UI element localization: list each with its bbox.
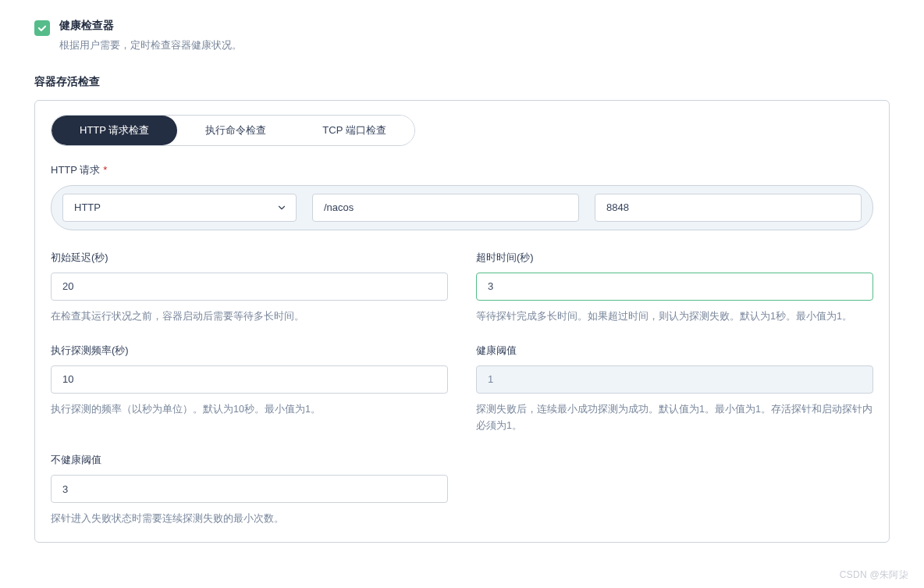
section-title: 健康检查器 — [59, 19, 242, 33]
failure-threshold-help: 探针进入失败状态时需要连续探测失败的最小次数。 — [51, 511, 448, 527]
period-input[interactable] — [51, 365, 448, 394]
group-title: 容器存活检查 — [16, 75, 908, 89]
initial-delay-input[interactable] — [51, 273, 448, 301]
port-input[interactable] — [595, 194, 862, 222]
timeout-label: 超时时间(秒) — [476, 251, 873, 265]
success-threshold-help: 探测失败后，连续最小成功探测为成功。默认值为1。最小值为1。存活探针和启动探针内… — [476, 401, 873, 435]
initial-delay-label: 初始延迟(秒) — [51, 251, 448, 265]
fields-grid: 初始延迟(秒) 在检查其运行状况之前，容器启动后需要等待多长时间。 超时时间(秒… — [51, 251, 873, 528]
period-help: 执行探测的频率（以秒为单位）。默认为10秒。最小值为1。 — [51, 401, 448, 418]
http-request-label: HTTP 请求* — [51, 163, 873, 177]
tab-http[interactable]: HTTP 请求检查 — [52, 116, 177, 145]
period-label: 执行探测频率(秒) — [51, 344, 448, 358]
field-initial-delay: 初始延迟(秒) 在检查其运行状况之前，容器启动后需要等待多长时间。 — [51, 251, 448, 325]
required-asterisk: * — [103, 164, 107, 176]
field-success-threshold: 健康阈值 探测失败后，连续最小成功探测为成功。默认值为1。最小值为1。存活探针和… — [476, 344, 873, 435]
success-threshold-input[interactable] — [476, 365, 873, 394]
initial-delay-help: 在检查其运行状况之前，容器启动后需要等待多长时间。 — [51, 308, 448, 325]
failure-threshold-input[interactable] — [51, 475, 448, 503]
health-check-checkbox[interactable] — [34, 20, 50, 36]
protocol-select[interactable] — [62, 194, 297, 222]
section-header: 健康检查器 根据用户需要，定时检查容器健康状况。 — [16, 19, 908, 53]
failure-threshold-label: 不健康阈值 — [51, 453, 448, 467]
path-input[interactable] — [312, 194, 579, 222]
tab-tcp[interactable]: TCP 端口检查 — [294, 116, 414, 145]
liveness-card: HTTP 请求检查 执行命令检查 TCP 端口检查 HTTP 请求* 初始延迟(… — [34, 100, 890, 543]
protocol-select-wrap — [62, 194, 297, 222]
timeout-help: 等待探针完成多长时间。如果超过时间，则认为探测失败。默认为1秒。最小值为1。 — [476, 308, 873, 325]
tab-exec[interactable]: 执行命令检查 — [177, 116, 294, 145]
check-icon — [37, 23, 48, 34]
timeout-input[interactable] — [476, 273, 873, 301]
section-header-text: 健康检查器 根据用户需要，定时检查容器健康状况。 — [59, 19, 242, 53]
field-timeout: 超时时间(秒) 等待探针完成多长时间。如果超过时间，则认为探测失败。默认为1秒。… — [476, 251, 873, 325]
probe-type-tabs: HTTP 请求检查 执行命令检查 TCP 端口检查 — [51, 115, 415, 146]
section-desc: 根据用户需要，定时检查容器健康状况。 — [59, 37, 242, 53]
http-request-row — [51, 185, 873, 230]
field-period: 执行探测频率(秒) 执行探测的频率（以秒为单位）。默认为10秒。最小值为1。 — [51, 344, 448, 435]
http-request-label-text: HTTP 请求 — [51, 164, 100, 176]
field-failure-threshold: 不健康阈值 探针进入失败状态时需要连续探测失败的最小次数。 — [51, 453, 448, 527]
success-threshold-label: 健康阈值 — [476, 344, 873, 358]
